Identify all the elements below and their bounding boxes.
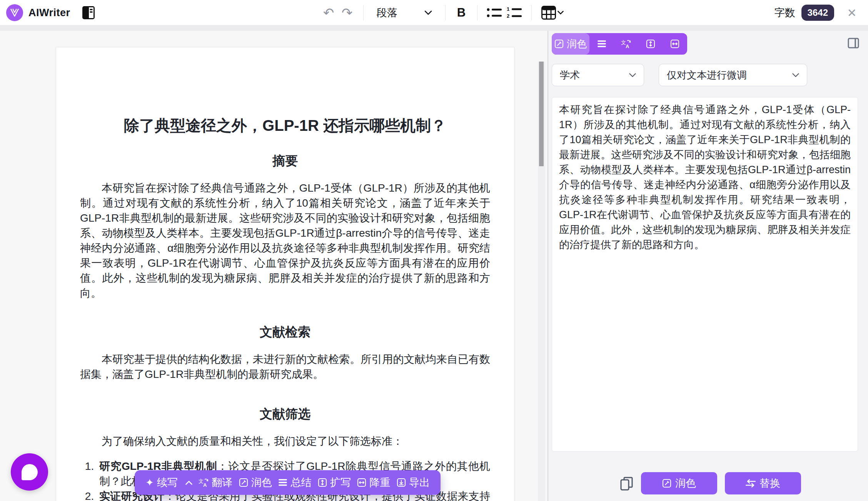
bold-button[interactable]: B (452, 4, 470, 22)
swap-arrows-icon (746, 479, 756, 488)
document-title: 除了典型途径之外，GLP-1R 还指示哪些机制？ (80, 115, 490, 136)
tab-translate[interactable]: 文 A (614, 33, 638, 55)
word-count-label: 字数 (775, 6, 795, 20)
toolbar-divider (445, 5, 446, 20)
filter-intro-paragraph: 为了确保纳入文献的质量和相关性，我们设定了以下筛选标准： (80, 434, 490, 449)
sidebar-toggle-icon[interactable] (82, 5, 95, 20)
summarize-button[interactable]: 总结 (278, 476, 311, 489)
copy-icon (620, 476, 633, 491)
panel-divider (548, 31, 548, 501)
word-count-badge: 3642 (801, 5, 834, 21)
panel-tabbar: 润色 文 A (552, 33, 687, 55)
export-button[interactable]: 导出 (397, 476, 430, 489)
redo-button[interactable]: ↷ (338, 3, 356, 22)
bullet-list-button[interactable] (484, 4, 504, 22)
polish-button[interactable]: 润色 (641, 472, 717, 494)
edit-square-icon (239, 478, 248, 487)
selection-toolbar: ✦ 续写 文 A 翻译 润色 总结 扩写 (135, 470, 441, 495)
document-page[interactable]: 除了典型途径之外，GLP-1R 还指示哪些机制？ 摘要 本研究旨在探讨除了经典信… (56, 47, 514, 501)
table-insert-button[interactable] (539, 4, 566, 22)
chat-widget-button[interactable] (11, 453, 48, 491)
chevron-down-icon (558, 11, 564, 15)
svg-text:A: A (626, 43, 629, 48)
literature-search-heading: 文献检索 (80, 324, 490, 341)
lines-icon (597, 40, 606, 48)
undo-button[interactable]: ↶ (319, 3, 338, 22)
scope-dropdown[interactable]: 仅对文本进行微调 (659, 64, 807, 86)
style-dropdown-value: 学术 (560, 68, 580, 82)
panel-collapse-button[interactable] (846, 35, 861, 51)
sparkle-icon: ✦ (145, 478, 154, 488)
arrows-horizontal-square-icon (670, 39, 679, 48)
editor-scrollbar[interactable] (538, 62, 545, 501)
expand-button[interactable]: 扩写 (318, 476, 351, 489)
reduce-duplication-button[interactable]: 降重 (357, 476, 390, 489)
copy-button[interactable] (619, 476, 635, 492)
scrollbar-thumb[interactable] (539, 62, 544, 166)
scope-dropdown-value: 仅对文本进行微调 (667, 68, 747, 82)
tab-polish[interactable]: 润色 (552, 33, 589, 55)
tab-summarize[interactable] (589, 33, 614, 55)
app-logo-icon[interactable] (6, 4, 23, 21)
svg-text:1: 1 (507, 7, 509, 12)
paragraph-style-dropdown[interactable]: 段落 (371, 6, 438, 20)
style-dropdown[interactable]: 学术 (552, 64, 644, 86)
abstract-paragraph: 本研究旨在探讨除了经典信号通路之外，GLP-1受体（GLP-1R）所涉及的其他机… (80, 180, 490, 301)
editor-area: 除了典型途径之外，GLP-1R 还指示哪些机制？ 摘要 本研究旨在探讨除了经典信… (0, 31, 548, 501)
panel-layout-icon (848, 38, 859, 48)
svg-text:A: A (203, 482, 207, 487)
right-panel: 润色 文 A (548, 31, 868, 501)
paragraph-style-value: 段落 (377, 6, 397, 20)
translate-icon: 文 A (199, 478, 209, 487)
close-button[interactable]: ✕ (843, 4, 860, 21)
chevron-down-icon (424, 10, 432, 15)
app-name: AIWriter (28, 7, 70, 19)
numbered-list-icon: 1 2 (507, 7, 522, 19)
edit-square-icon (554, 39, 564, 48)
toolbar-divider (477, 5, 477, 20)
table-icon (541, 6, 556, 20)
toolbar-divider (363, 5, 364, 20)
polish-result-card[interactable]: 本研究旨在探讨除了经典信号通路之外，GLP-1受体（GLP-1R）所涉及的其他机… (552, 97, 858, 452)
chat-bubble-icon (22, 464, 38, 480)
polish-toolbar-button[interactable]: 润色 (239, 476, 272, 489)
arrows-vertical-square-icon (318, 478, 327, 487)
lines-icon (278, 479, 287, 486)
translate-icon: 文 A (621, 39, 631, 48)
tab-expand[interactable] (638, 33, 663, 55)
tab-reduce[interactable] (663, 33, 687, 55)
arrows-horizontal-square-icon (357, 478, 366, 487)
chevron-up-icon[interactable] (185, 481, 192, 485)
arrows-vertical-square-icon (646, 39, 655, 48)
toolbar-divider (531, 5, 532, 20)
numbered-list-button[interactable]: 1 2 (504, 4, 524, 22)
continue-writing-button[interactable]: ✦ 续写 (145, 476, 192, 489)
chevron-down-icon (792, 73, 799, 77)
bullet-list-icon (487, 7, 502, 18)
literature-search-paragraph: 本研究基于提供的结构化数据，未进行新的文献检索。所引用的文献均来自已有数据集，涵… (80, 352, 490, 382)
literature-filter-heading: 文献筛选 (80, 406, 490, 423)
download-square-icon (397, 478, 406, 487)
topbar: AIWriter ↶ ↷ 段落 B 1 (0, 0, 868, 25)
svg-text:2: 2 (507, 13, 509, 19)
panel-actions: 润色 替换 (548, 471, 868, 496)
replace-button[interactable]: 替换 (725, 472, 801, 494)
abstract-heading: 摘要 (80, 152, 490, 170)
header-strip (0, 26, 868, 31)
polish-result-text: 本研究旨在探讨除了经典信号通路之外，GLP-1受体（GLP-1R）所涉及的其他机… (559, 102, 851, 252)
chevron-down-icon (629, 73, 636, 77)
edit-square-icon (662, 479, 671, 488)
translate-button[interactable]: 文 A 翻译 (199, 476, 232, 489)
